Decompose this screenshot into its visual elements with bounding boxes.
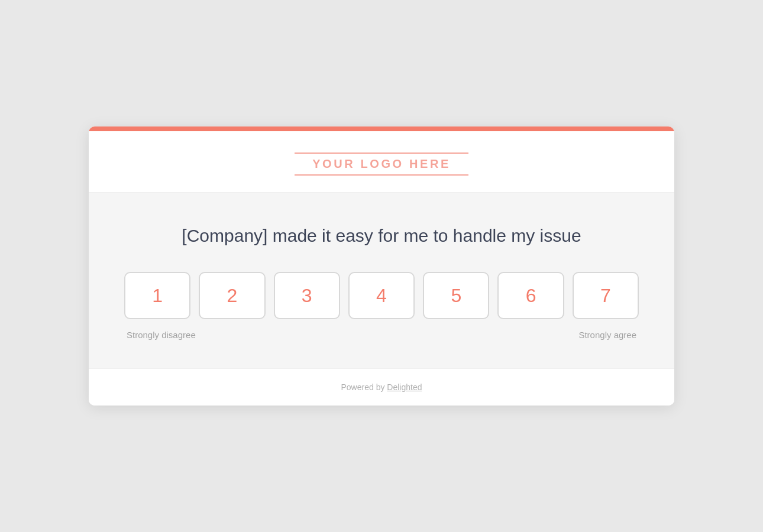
survey-card: YOUR LOGO HERE [Company] made it easy fo… bbox=[89, 126, 674, 406]
powered-by-label: Powered by bbox=[341, 382, 387, 392]
survey-question: [Company] made it easy for me to handle … bbox=[124, 223, 639, 248]
logo-placeholder: YOUR LOGO HERE bbox=[295, 153, 468, 176]
powered-by-text: Powered by Delighted bbox=[341, 382, 422, 392]
rating-row: 1 2 3 4 5 6 7 bbox=[124, 272, 639, 319]
label-low: Strongly disagree bbox=[127, 330, 196, 340]
card-header: YOUR LOGO HERE bbox=[89, 131, 674, 193]
rating-button-3[interactable]: 3 bbox=[274, 272, 340, 319]
rating-button-5[interactable]: 5 bbox=[423, 272, 489, 319]
delighted-link[interactable]: Delighted bbox=[387, 382, 422, 392]
top-accent-bar bbox=[89, 126, 674, 131]
rating-button-2[interactable]: 2 bbox=[199, 272, 265, 319]
rating-button-4[interactable]: 4 bbox=[348, 272, 415, 319]
card-body: [Company] made it easy for me to handle … bbox=[89, 193, 674, 368]
rating-button-1[interactable]: 1 bbox=[124, 272, 190, 319]
card-footer: Powered by Delighted bbox=[89, 368, 674, 406]
label-high: Strongly agree bbox=[578, 330, 636, 340]
question-text: [Company] made it easy for me to handle … bbox=[182, 226, 581, 245]
rating-button-7[interactable]: 7 bbox=[573, 272, 639, 319]
labels-row: Strongly disagree Strongly agree bbox=[124, 330, 639, 340]
rating-button-6[interactable]: 6 bbox=[497, 272, 564, 319]
